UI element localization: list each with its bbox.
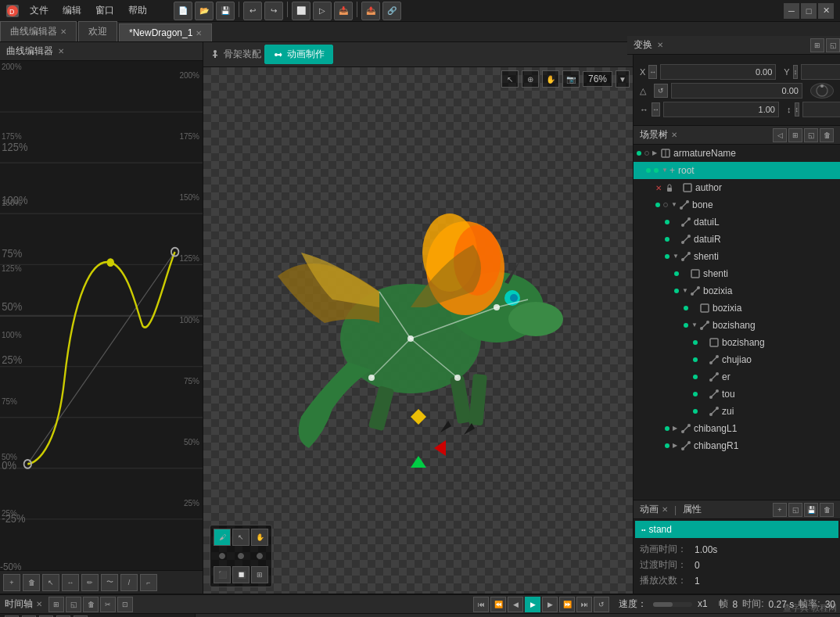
export-btn[interactable]: 📤: [361, 2, 380, 20]
tl-prev-frame-btn[interactable]: ◀: [508, 597, 523, 612]
y-input[interactable]: [801, 64, 840, 80]
rig-mode-btn[interactable]: 骨架装配: [210, 48, 261, 61]
anim-stand-item[interactable]: stand: [635, 521, 838, 538]
tab-curve-editor[interactable]: 曲线编辑器 ✕: [0, 21, 77, 41]
tree-item-datui-r[interactable]: ▶ datuiR: [634, 231, 840, 248]
timeline-tracks-right[interactable]: 0 2 4 6 8 10 12 14 16 18 20 22 24 26 28 …: [196, 614, 840, 617]
tl-delete-btn[interactable]: 🗑: [83, 597, 99, 612]
open-btn[interactable]: 📂: [195, 2, 214, 20]
zoom-level[interactable]: 76%: [583, 71, 612, 87]
tree-item-shenti-bone[interactable]: ▼ shenti: [634, 248, 840, 265]
minimize-btn[interactable]: ─: [784, 3, 799, 19]
tree-item-chibang-l1[interactable]: ▶ chibangL1: [634, 420, 840, 437]
menu-file[interactable]: 文件: [23, 2, 55, 19]
tree-item-root[interactable]: ▼ + root: [634, 162, 840, 179]
tl-cut-btn[interactable]: ✂: [100, 597, 116, 612]
close-btn[interactable]: ✕: [818, 3, 834, 19]
tree-item-zui[interactable]: ▶ zui: [634, 403, 840, 420]
viewport[interactable]: 🖌 ↖ ✋ ⬛ 🔲 ⊞ ↖ ⊕ ✋ 📷 76% ▼: [203, 67, 633, 594]
rot-circle[interactable]: [810, 83, 834, 99]
scene-copy-icon[interactable]: ◱: [804, 128, 818, 142]
anim-copy-icon[interactable]: ◱: [788, 503, 802, 517]
scene-close-icon[interactable]: ✕: [671, 131, 677, 139]
vt-zoom-btn[interactable]: ⊞: [251, 566, 268, 583]
tl-add-btn[interactable]: ⊞: [48, 597, 64, 612]
timeline-close-icon[interactable]: ✕: [36, 600, 42, 608]
menu-window[interactable]: 窗口: [89, 2, 120, 19]
transform-tool-btn[interactable]: ⊕: [522, 70, 539, 88]
tl-first-btn[interactable]: ⏮: [473, 597, 489, 612]
tab-welcome[interactable]: 欢迎: [78, 21, 117, 41]
vt-add-btn[interactable]: ⬛: [214, 566, 231, 583]
anim-add-icon[interactable]: +: [773, 503, 787, 517]
curve-tool-linear[interactable]: /: [120, 574, 138, 591]
sy-input[interactable]: [802, 102, 840, 117]
zoom-dropdown-btn[interactable]: ▼: [616, 70, 630, 88]
tl-play-btn[interactable]: ▶: [525, 597, 540, 612]
tl-next-btn[interactable]: ⏩: [559, 597, 575, 612]
tree-item-bone[interactable]: ▼ bone: [634, 196, 840, 213]
anim-save-icon[interactable]: 💾: [804, 503, 818, 517]
scene-delete-icon[interactable]: 🗑: [820, 128, 834, 142]
curve-editor-close-icon[interactable]: ✕: [58, 47, 64, 56]
tl-last-btn[interactable]: ⏭: [576, 597, 592, 612]
transform-close-icon[interactable]: ✕: [657, 41, 663, 49]
x-input[interactable]: [660, 64, 776, 80]
vt-remove-btn[interactable]: 🔲: [232, 566, 249, 583]
tree-item-er[interactable]: ▶ er: [634, 368, 840, 386]
undo-btn[interactable]: ↩: [243, 2, 262, 20]
tl-more-btn[interactable]: ⊡: [117, 597, 133, 612]
curve-tool-step[interactable]: ⌐: [140, 574, 157, 591]
rot-input[interactable]: [671, 83, 802, 99]
vt-paint-btn[interactable]: 🖌: [214, 529, 231, 546]
curve-tool-edit[interactable]: ✏: [81, 574, 99, 591]
curve-tool-select[interactable]: ↖: [42, 574, 59, 591]
tab-close-icon[interactable]: ✕: [60, 27, 66, 36]
tool1-btn[interactable]: ⬜: [292, 2, 311, 20]
tree-item-bozixia-bone[interactable]: ▼ bozixia: [634, 282, 840, 300]
tree-item-tou[interactable]: ▶ tou: [634, 386, 840, 403]
tool2-btn[interactable]: ▷: [313, 2, 332, 20]
scene-collapse-icon[interactable]: ◁: [773, 128, 787, 142]
curve-canvas[interactable]: 200% 175% 150% 125% 100% 75% 50% 25%: [0, 61, 203, 570]
tree-item-bozishang-bone[interactable]: ▼ bozishang: [634, 317, 840, 334]
tree-item-author[interactable]: ✕ ▶ author: [634, 179, 840, 196]
share-btn[interactable]: 🔗: [382, 2, 401, 20]
scene-add-icon[interactable]: ⊞: [788, 128, 802, 142]
vt-move-btn[interactable]: ✋: [251, 529, 268, 546]
tree-item-shenti-slot[interactable]: ▶ shenti: [634, 265, 840, 282]
tl-loop-btn[interactable]: ↺: [594, 597, 609, 612]
new-btn[interactable]: 📄: [174, 2, 192, 20]
select-tool-btn[interactable]: ↖: [501, 70, 519, 88]
tree-item-chibang-r1[interactable]: ▶ chibangR1: [634, 437, 840, 454]
anim-delete-icon[interactable]: 🗑: [820, 503, 834, 517]
curve-tool-add[interactable]: +: [3, 574, 20, 591]
menu-edit[interactable]: 编辑: [56, 2, 88, 19]
anim-mode-btn[interactable]: 动画制作: [264, 45, 333, 64]
tab-new-dragon-close-icon[interactable]: ✕: [196, 29, 202, 38]
save-btn[interactable]: 💾: [216, 2, 235, 20]
tab-new-dragon[interactable]: *NewDragon_1 ✕: [119, 23, 212, 41]
tl-next-frame-btn[interactable]: ▶: [542, 597, 558, 612]
tree-item-datui-l[interactable]: ▶ datuiL: [634, 213, 840, 231]
tree-item-armaturename[interactable]: ▶ armatureName: [634, 145, 840, 162]
tree-item-chujiao[interactable]: ▶ chujiao: [634, 351, 840, 368]
tl-copy-btn[interactable]: ◱: [66, 597, 81, 612]
speed-slider[interactable]: [653, 602, 692, 607]
transform-tool2[interactable]: ◱: [826, 38, 840, 52]
curve-tool-delete[interactable]: 🗑: [23, 574, 40, 591]
tl-prev-btn[interactable]: ⏪: [490, 597, 506, 612]
anim-close-icon[interactable]: ✕: [662, 505, 668, 514]
tree-item-bozixia-slot[interactable]: ▶ bozixia: [634, 300, 840, 317]
maximize-btn[interactable]: □: [801, 3, 817, 19]
menu-help[interactable]: 帮助: [122, 2, 153, 19]
tree-item-bozishang-slot[interactable]: ▶ bozishang: [634, 334, 840, 351]
curve-tool-smooth[interactable]: 〜: [101, 574, 118, 591]
camera-tool-btn[interactable]: 📷: [562, 70, 580, 88]
redo-btn[interactable]: ↪: [264, 2, 283, 20]
transform-tool1[interactable]: ⊞: [810, 38, 824, 52]
curve-tool-move[interactable]: ↔: [62, 574, 79, 591]
vt-select-btn[interactable]: ↖: [232, 529, 249, 546]
hand-tool-btn[interactable]: ✋: [542, 70, 559, 88]
sx-input[interactable]: [663, 102, 779, 117]
